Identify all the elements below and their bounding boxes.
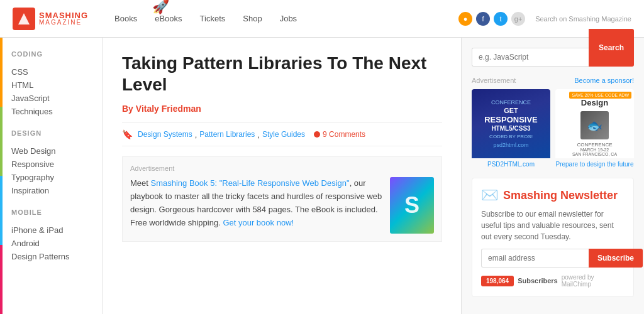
logo-text: SMASHING MAGAZINE [39, 11, 88, 26]
ad-design-content: O'REILLY Design 🐟 CONFERENCE MARCH 19-22… [555, 89, 634, 158]
ad-design-caption[interactable]: Prepare to design the future [555, 161, 634, 168]
book-cover-letter: S [404, 192, 419, 219]
become-sponsor-link[interactable]: Become a sponsor! [574, 77, 634, 84]
sidebar-category-mobile: MOBILE [11, 208, 94, 219]
tag-pattern-libraries[interactable]: Pattern Libraries [199, 130, 255, 139]
sidebar-item-responsive[interactable]: Responsive [11, 158, 94, 171]
search-button[interactable]: Search [589, 29, 634, 67]
ad-html5[interactable]: CONFERENCE GET RESPONSIVE HTML5/CSS3 COD… [472, 89, 550, 168]
book-promo-text: Meet Smashing Book 5: "Real-Life Respons… [130, 177, 382, 229]
rss-icon[interactable]: ● [458, 12, 472, 26]
ads-label: Advertisement [472, 77, 516, 84]
sidebar-item-iphone[interactable]: iPhone & iPad [11, 224, 94, 237]
left-sidebar: CODING CSS HTML JavaScript Techniques DE… [3, 38, 103, 314]
article-title: Taking Pattern Libraries To The Next Lev… [122, 53, 442, 95]
ads-images: CONFERENCE GET RESPONSIVE HTML5/CSS3 COD… [472, 89, 634, 168]
svg-marker-0 [18, 13, 30, 24]
ad-html5-sub: CODED BY PROS! [489, 134, 533, 139]
social-icons: ● f t g+ [458, 12, 525, 26]
logo-magazine: MAGAZINE [39, 19, 88, 26]
search-input[interactable] [472, 48, 589, 67]
subscribers-count-badge: 198,064 [481, 276, 514, 286]
book-text-meet: Meet [130, 178, 151, 188]
ad-label: Advertisement [130, 165, 434, 172]
main-content: Taking Pattern Libraries To The Next Lev… [103, 38, 462, 314]
nav-tickets[interactable]: Tickets [192, 10, 233, 27]
book-promo: Meet Smashing Book 5: "Real-Life Respons… [130, 177, 434, 234]
header: SMASHING MAGAZINE Books 🚀 eBooks Tickets… [0, 0, 644, 38]
comments-link[interactable]: 9 Comments [314, 130, 365, 139]
newsletter-section: ✉️ Smashing Newsletter Subscribe to our … [472, 178, 634, 297]
newsletter-email-input[interactable] [481, 249, 589, 268]
mailchimp-label: powered by MailChimp [562, 274, 625, 288]
logo[interactable]: SMASHING MAGAZINE [13, 8, 88, 30]
article-ad-section: Advertisement Meet Smashing Book 5: "Rea… [122, 156, 442, 242]
page-layout: CODING CSS HTML JavaScript Techniques DE… [0, 38, 644, 314]
newsletter-icon: ✉️ [481, 187, 498, 203]
ad-design-title: Design [581, 98, 608, 107]
sidebar-item-inspiration[interactable]: Inspiration [11, 184, 94, 197]
sidebar-design-section: DESIGN Web Design Responsive Typography … [11, 129, 94, 197]
nav-jobs[interactable]: Jobs [272, 10, 304, 27]
ads-header: Advertisement Become a sponsor! [472, 77, 634, 84]
sidebar-coding-section: CODING CSS HTML JavaScript Techniques [11, 50, 94, 118]
ad-design-location: SAN FRANCISCO, CA [572, 152, 617, 156]
book-cta-link[interactable]: Get your book now! [223, 218, 294, 227]
book-promo-link[interactable]: Smashing Book 5: "Real-Life Responsive W… [151, 178, 350, 188]
sidebar-category-design: DESIGN [11, 129, 94, 139]
ad-design[interactable]: O'REILLY Design 🐟 CONFERENCE MARCH 19-22… [555, 89, 634, 168]
nav-shop[interactable]: Shop [235, 10, 269, 27]
meta-tags: 🔖 Design Systems, Pattern Libraries, Sty… [122, 129, 305, 139]
ad-html5-url: psd2html.com [493, 142, 528, 148]
comments-dot [314, 131, 320, 138]
sidebar-item-typography[interactable]: Typography [11, 171, 94, 184]
book-cover-image: S [390, 177, 434, 234]
sidebar-item-design-patterns[interactable]: Design Patterns [11, 250, 94, 263]
sidebar-item-android[interactable]: Android [11, 237, 94, 250]
search-hint-label: Search on Smashing Magazine [535, 15, 631, 23]
facebook-icon[interactable]: f [476, 12, 490, 26]
article-meta: 🔖 Design Systems, Pattern Libraries, Sty… [122, 122, 442, 146]
header-search: Search on Smashing Magazine [535, 15, 631, 23]
subscribers-label: Subscribers [518, 277, 558, 284]
tag-design-systems[interactable]: Design Systems [138, 130, 192, 139]
main-nav: Books 🚀 eBooks Tickets Shop Jobs [107, 10, 448, 27]
logo-icon [13, 8, 35, 30]
newsletter-form: Subscribe [481, 249, 625, 268]
sidebar-item-javascript[interactable]: JavaScript [11, 92, 94, 105]
sidebar-category-coding: CODING [11, 50, 94, 60]
newsletter-desc: Subscribe to our email newsletter for us… [481, 208, 625, 242]
author-prefix: By [122, 104, 136, 114]
search-section: Search [472, 48, 634, 67]
newsletter-title: Smashing Newsletter [503, 189, 618, 202]
sidebar-item-css[interactable]: CSS [11, 65, 94, 78]
googleplus-icon[interactable]: g+ [511, 12, 525, 26]
ad-design-badge: SAVE 20% USE CODE ADW [569, 92, 631, 99]
ad-html5-caption[interactable]: PSD2HTML.com [472, 161, 550, 168]
sidebar-item-webdesign[interactable]: Web Design [11, 144, 94, 158]
nav-books[interactable]: Books [107, 10, 145, 27]
tag-style-guides[interactable]: Style Guides [262, 130, 305, 139]
newsletter-subscribe-button[interactable]: Subscribe [589, 249, 643, 268]
sidebar-item-html[interactable]: HTML [11, 78, 94, 92]
twitter-icon[interactable]: t [494, 12, 508, 26]
newsletter-footer: 198,064 Subscribers powered by MailChimp [481, 274, 625, 288]
ebooks-rocket-icon: 🚀 [152, 0, 169, 15]
author-name[interactable]: Vitaly Friedman [136, 104, 201, 114]
ad-design-sub1: CONFERENCE [577, 142, 612, 148]
bookmark-icon: 🔖 [122, 129, 133, 139]
right-sidebar: Search Advertisement Become a sponsor! C… [462, 38, 644, 314]
ebooks-container: 🚀 eBooks [147, 10, 189, 27]
ad-html5-title: GET RESPONSIVE HTML5/CSS3 [484, 107, 538, 133]
sidebar-mobile-section: MOBILE iPhone & iPad Android Design Patt… [11, 208, 94, 263]
ad-html5-content: CONFERENCE GET RESPONSIVE HTML5/CSS3 COD… [472, 89, 550, 158]
comments-count: 9 Comments [323, 130, 365, 139]
article-author: By Vitaly Friedman [122, 104, 442, 114]
ad-design-date: MARCH 19-22 [580, 148, 609, 152]
newsletter-header: ✉️ Smashing Newsletter [481, 187, 625, 203]
ad-conference-label: CONFERENCE [491, 99, 531, 106]
ads-section: Advertisement Become a sponsor! CONFEREN… [472, 77, 634, 168]
sidebar-item-techniques[interactable]: Techniques [11, 105, 94, 118]
